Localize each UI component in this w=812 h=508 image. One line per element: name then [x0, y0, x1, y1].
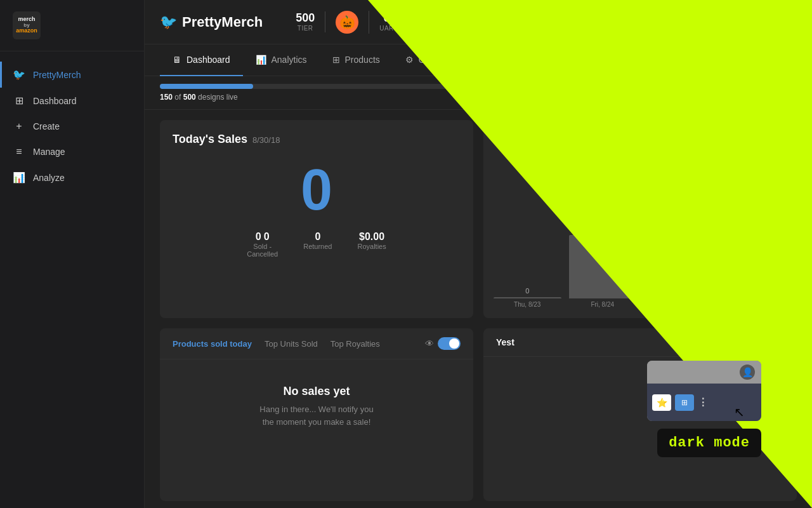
tab-dashboard-label: Dashboard [187, 55, 230, 65]
options-tab-icon: ⚙ [405, 55, 414, 65]
uar-value: 0 [384, 11, 390, 25]
sidebar-item-dashboard[interactable]: ⊞ Dashboard [0, 88, 144, 114]
analytics-tab-icon: 📊 [256, 55, 266, 65]
uar-label: UAR [379, 25, 394, 32]
stat-ps: 1 PS [441, 11, 471, 33]
dm-grid-icon[interactable]: ⊞ [675, 394, 694, 411]
stat-rej: 0 REJ [471, 11, 504, 33]
nav-tabs: 🖥 Dashboard 📊 Analytics ⊞ Products ⚙ Opt… [145, 44, 812, 76]
resources-link[interactable]: Resources [757, 17, 797, 27]
chart-bar-label: Sun, 8/2 [741, 301, 764, 308]
dm-star-icon[interactable]: ⭐ [652, 394, 671, 411]
sold-cancelled-label: Sold -Cancelled [247, 243, 278, 258]
sold-cancelled-vals: 0 0 [256, 231, 270, 243]
progress-bar-bg-upload [486, 84, 797, 89]
dm-cursor-icon: ↖ [734, 404, 745, 420]
tab-products-label: Products [345, 55, 380, 65]
sold-val: 0 [256, 231, 261, 243]
stat-uar: 0 UAR [369, 11, 405, 33]
sidebar-label-prettymerch: PrettyMerch [33, 70, 81, 80]
tab-products-sold-today[interactable]: Products sold today [173, 339, 252, 349]
progress-label-live: 150 of 500 designs live [160, 93, 471, 102]
sidebar-logo: merch by amazon [0, 0, 144, 51]
chart-bar-value: 1 [601, 225, 605, 232]
ps-label: PS [451, 25, 460, 32]
tab-dashboard[interactable]: 🖥 Dashboard [160, 44, 243, 76]
rej-label: REJ [481, 25, 494, 32]
tab-top-units-sold[interactable]: Top Units Sold [265, 339, 318, 349]
dm-card-top: 👤 [647, 361, 761, 384]
umr-value: 0 [419, 11, 426, 25]
brand-bird-icon: 🐦 [160, 14, 177, 30]
tier-label: TIER [298, 25, 313, 32]
sales-stat-returned: 0 Returned [303, 231, 332, 258]
toggle-visibility[interactable]: 👁 [425, 337, 461, 350]
tab-options-label: Options [419, 55, 449, 65]
chart-bar-group: 1Fri, 8/24 [569, 225, 637, 308]
twitter-icon: 🐦 [13, 69, 25, 81]
royalties-label: Royalties [357, 243, 386, 250]
sidebar-label-create: Create [33, 121, 60, 131]
chart-bar-label: Sat, 8/25 [665, 301, 690, 308]
stat-umr: 0 UMR [405, 11, 441, 33]
grid-icon: ⊞ [13, 95, 25, 107]
no-sales-content: No sales yet Hang in there... We'll noti… [160, 359, 473, 453]
sidebar-item-prettymerch[interactable]: 🐦 PrettyMerch [0, 62, 144, 88]
chart-bar-group: 1Sat, 8/25 [644, 225, 712, 308]
tab-analytics-label: Analytics [272, 55, 307, 65]
progress-current-upload: 0 [486, 93, 490, 102]
products-tab-icon: ⊞ [332, 55, 340, 65]
topbar: 🐦 PrettyMerch 500 TIER 🎃 0 UAR 0 UMR [145, 0, 812, 44]
todays-sales-card: Today's Sales 8/30/18 0 0 0 Sold -Cancel… [160, 120, 473, 318]
sidebar-label-dashboard: Dashboard [33, 96, 77, 106]
no-sales-title: No sales yet [283, 385, 350, 398]
tab-up[interactable]: 🔒 Up [462, 44, 514, 76]
sales-stat-royalties: $0.00 Royalties [357, 231, 386, 258]
sales-stats-row: 0 0 Sold -Cancelled 0 Returned $0.00 Roy… [173, 231, 461, 258]
plus-icon: + [13, 121, 25, 132]
progress-bar-fill-live [160, 84, 253, 89]
yesterday-header: Yest [483, 328, 797, 357]
chart-bars: 0Thu, 8/231Fri, 8/241Sat, 8/250Sun, 8/2 [494, 130, 787, 308]
toggle-track[interactable] [438, 337, 461, 350]
dm-avatar: 👤 [740, 364, 755, 380]
chart-bar [719, 297, 787, 298]
sales-card-title: Today's Sales [173, 133, 247, 146]
tier-value: 500 [296, 11, 315, 25]
progress-designs-live: 150 of 500 designs live [160, 84, 471, 102]
avatar-icon: 🎃 [336, 11, 358, 34]
dark-mode-label: dark mode [657, 429, 761, 457]
chart-bar-group: 0Thu, 8/23 [494, 287, 561, 308]
tab-analytics[interactable]: 📊 Analytics [243, 44, 320, 76]
topbar-stats: 500 TIER 🎃 0 UAR 0 UMR 1 PS [285, 11, 504, 34]
topbar-left: 🐦 PrettyMerch 500 TIER 🎃 0 UAR 0 UMR [160, 11, 504, 34]
dark-mode-card: 👤 ⭐ ⊞ ⋮ ↖ [647, 361, 761, 421]
chart-bar-group: 0Sun, 8/2 [719, 287, 787, 308]
sidebar: merch by amazon 🐦 PrettyMerch ⊞ Dashboar… [0, 0, 145, 508]
sidebar-item-manage[interactable]: ≡ Manage [0, 139, 144, 164]
progress-current-live: 150 [160, 93, 173, 102]
chart-bar-value: 0 [525, 287, 529, 295]
dm-more-icon[interactable]: ⋮ [698, 396, 708, 408]
sidebar-item-analyze[interactable]: 📊 Analyze [0, 164, 144, 190]
sales-date: 8/30/18 [252, 135, 280, 145]
rej-value: 0 [485, 11, 491, 25]
chart-bar [569, 235, 637, 298]
add-new-button[interactable]: + Add a n [690, 12, 750, 32]
ps-value: 1 [452, 11, 459, 25]
progress-total-live: 500 [183, 93, 196, 102]
tab-options[interactable]: ⚙ Options [393, 44, 462, 76]
tab-top-royalties[interactable]: Top Royalties [331, 339, 380, 349]
sales-chart-card: 0Thu, 8/231Fri, 8/241Sat, 8/250Sun, 8/2 [483, 120, 797, 318]
progress-total-upload: 50 [501, 93, 509, 102]
dashboard-tab-icon: 🖥 [173, 55, 181, 65]
sales-card-header: Today's Sales 8/30/18 [173, 133, 461, 149]
tab-products[interactable]: ⊞ Products [320, 44, 393, 76]
returned-label: Returned [303, 243, 332, 250]
chart-bar-value: 0 [751, 287, 755, 295]
stat-tier: 500 TIER [285, 11, 325, 33]
sidebar-label-manage: Manage [33, 147, 65, 157]
yesterday-title: Yest [496, 337, 514, 347]
returned-val: 0 [315, 231, 320, 243]
sidebar-item-create[interactable]: + Create [0, 114, 144, 139]
